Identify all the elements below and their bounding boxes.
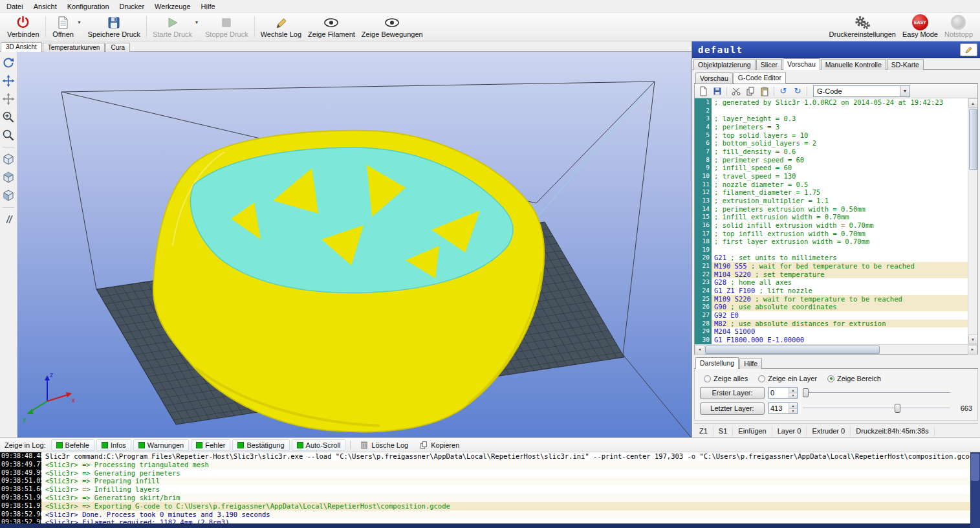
show-travel-button[interactable]: Zeige Bewegungen (358, 14, 426, 40)
editor-toolbar: ↺ ↻ G-Code ▼ (695, 84, 977, 98)
gcode-line-number: 7 (695, 148, 712, 156)
menu-werkzeuge[interactable]: Werkzeuge (149, 1, 195, 12)
gcode-line-number: 21 (695, 262, 712, 270)
gears-icon (854, 14, 871, 30)
log-message: Slic3r command:C:\Program Files\Repetier… (41, 452, 980, 461)
tab-sd-karte[interactable]: SD-Karte (887, 59, 924, 70)
gcode-line-content: ; nozzle_diameter = 0.5 (712, 181, 968, 189)
tab-3d-ansicht[interactable]: 3D Ansicht (1, 42, 42, 52)
clear-log-button[interactable]: Lösche Log (355, 439, 413, 451)
log-message: <Slic3r> => Generating perimeters (41, 469, 980, 478)
tab-darstellung[interactable]: Darstellung (695, 357, 739, 369)
new-file-button[interactable] (697, 85, 710, 97)
start-print-button[interactable]: Starte Druck (149, 14, 195, 40)
front-view-button[interactable] (1, 170, 16, 185)
last-layer-slider[interactable] (801, 402, 952, 414)
rotate-view-button[interactable] (1, 55, 16, 71)
tab-objektplatzierung[interactable]: Objektplatzierung (693, 59, 756, 70)
scrollbar-thumb[interactable] (705, 346, 880, 354)
zoom-in-button[interactable] (1, 109, 16, 125)
save-print-button[interactable]: Speichere Druck (85, 14, 144, 40)
tab-temperaturkurven[interactable]: Temperaturkurven (43, 43, 105, 52)
top-view-button[interactable] (1, 188, 16, 203)
gcode-editor[interactable]: 1; generated by Slic3r 1.0.0RC2 on 2014-… (695, 98, 977, 344)
tab-hilfe[interactable]: Hilfe (739, 358, 762, 369)
cut-button[interactable] (730, 85, 743, 97)
save-file-button[interactable] (711, 85, 724, 97)
scrollbar-thumb[interactable] (969, 109, 977, 170)
log-toggle-auto-scroll[interactable]: Auto-Scroll (292, 439, 346, 451)
gcode-line-content (712, 246, 968, 254)
menu-ansicht[interactable]: Ansicht (28, 1, 62, 12)
3d-viewport[interactable]: z x y (17, 52, 691, 437)
paste-button[interactable] (758, 85, 771, 97)
gcode-command: G21 (714, 254, 726, 261)
scroll-up-icon[interactable]: ▲ (968, 98, 978, 108)
tab-vorschau[interactable]: Vorschau (783, 58, 820, 70)
first-layer-button[interactable]: Erster Layer: (700, 387, 765, 399)
save-icon (107, 14, 121, 30)
green-square-icon (196, 442, 202, 448)
log-vertical-scrollbar[interactable] (970, 452, 980, 528)
redo-button[interactable]: ↻ (791, 85, 804, 97)
log-toggle-label: Warnungen (147, 441, 184, 449)
isometric-view-button[interactable] (1, 151, 16, 167)
tab-vorschau-sub[interactable]: Vorschau (695, 72, 733, 83)
scroll-down-icon[interactable]: ▼ (968, 335, 978, 344)
tab-gcode-editor[interactable]: G-Code Editor (734, 72, 786, 83)
move-view-button[interactable] (1, 73, 16, 89)
menu-hilfe[interactable]: Hilfe (196, 1, 221, 12)
parallel-projection-button[interactable] (1, 212, 16, 227)
log-toggle-infos[interactable]: Infos (96, 439, 131, 451)
show-filament-button[interactable]: Zeige Filament (305, 14, 358, 40)
open-dropdown-arrow[interactable]: ▾ (78, 14, 85, 40)
log-toggle-warnungen[interactable]: Warnungen (133, 439, 189, 451)
spin-down-icon[interactable]: ▼ (789, 393, 797, 399)
copy-button[interactable] (744, 85, 757, 97)
gcode-type-select[interactable]: G-Code ▼ (813, 85, 910, 97)
tab-slicer[interactable]: Slicer (756, 59, 782, 70)
scrollbar-thumb[interactable] (971, 454, 979, 481)
scroll-right-icon[interactable]: ► (968, 345, 977, 355)
radio-label: Zeige Bereich (837, 375, 881, 382)
log-toggle-befehle[interactable]: Befehle (51, 439, 94, 451)
spin-up-icon[interactable]: ▲ (789, 403, 797, 409)
menu-datei[interactable]: Datei (1, 1, 28, 12)
last-layer-button[interactable]: Letzter Layer: (700, 402, 765, 415)
emergency-stop-button[interactable]: Notstopp (941, 14, 976, 40)
toggle-log-button[interactable]: Wechsle Log (257, 14, 305, 40)
spin-down-icon[interactable]: ▼ (789, 409, 797, 414)
gcode-command: M104 S220 (714, 270, 751, 278)
log-toggle-fehler[interactable]: Fehler (191, 439, 230, 451)
menu-drucker[interactable]: Drucker (114, 1, 150, 12)
radio-zeige-ein-layer[interactable]: Zeige ein Layer (758, 375, 817, 382)
editor-horizontal-scrollbar[interactable]: ◄ ► (695, 344, 977, 354)
tab-manuelle-kontrolle[interactable]: Manuelle Kontrolle (821, 59, 886, 70)
editor-vertical-scrollbar[interactable]: ▲ ▼ (968, 98, 977, 344)
edit-printer-button[interactable] (960, 43, 977, 56)
easy-mode-button[interactable]: EASY Easy Mode (899, 14, 941, 40)
tab-cura[interactable]: Cura (105, 43, 130, 52)
slider-thumb[interactable] (803, 388, 809, 397)
status-layer-0: Layer 0 (772, 426, 807, 436)
last-layer-input[interactable] (769, 403, 789, 413)
undo-button[interactable]: ↺ (777, 85, 790, 97)
slider-thumb[interactable] (895, 404, 900, 413)
log-toggle-best-tigung[interactable]: Bestätigung (232, 439, 289, 451)
move-object-button[interactable] (1, 91, 16, 107)
copy-log-button[interactable]: Kopieren (415, 439, 464, 451)
zoom-button[interactable] (1, 127, 16, 143)
scroll-left-icon[interactable]: ◄ (695, 345, 704, 355)
radio-zeige-alles[interactable]: Zeige alles (704, 375, 748, 382)
printer-settings-button[interactable]: Druckereinstellungen (826, 14, 899, 40)
start-dropdown-arrow[interactable]: ▾ (195, 14, 202, 40)
open-button[interactable]: Öffnen (49, 14, 78, 40)
first-layer-input[interactable] (769, 388, 789, 398)
toolbar-separator (350, 441, 351, 450)
menu-konfiguration[interactable]: Konfiguration (62, 1, 114, 12)
first-layer-slider[interactable] (801, 387, 952, 399)
stop-print-button[interactable]: Stoppe Druck (202, 14, 252, 40)
radio-zeige-bereich[interactable]: Zeige Bereich (827, 375, 881, 382)
spin-up-icon[interactable]: ▲ (789, 388, 797, 393)
connect-button[interactable]: Verbinden (4, 14, 43, 40)
